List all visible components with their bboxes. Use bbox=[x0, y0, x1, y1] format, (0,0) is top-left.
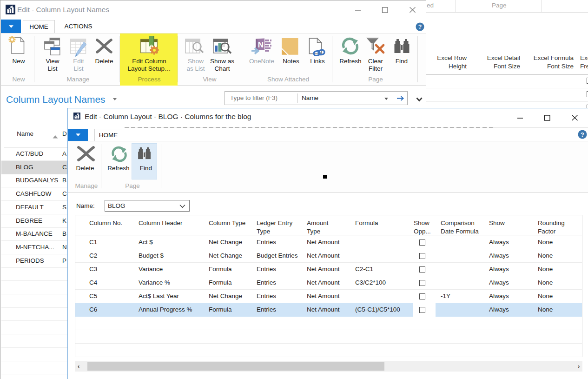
svg-text:?: ? bbox=[581, 131, 584, 138]
svg-text:N: N bbox=[258, 40, 264, 49]
svg-text:?: ? bbox=[418, 24, 422, 30]
